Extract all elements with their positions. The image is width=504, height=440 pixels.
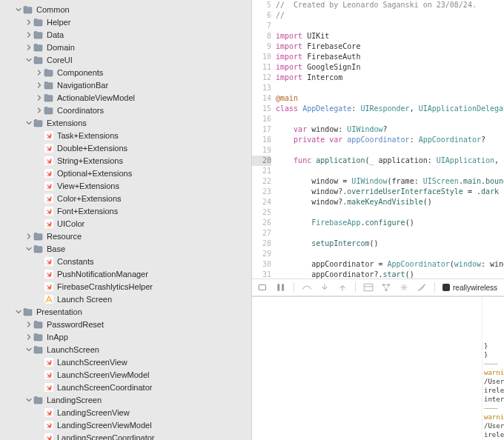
variables-view[interactable] xyxy=(252,297,482,440)
line-number[interactable]: 12 xyxy=(252,73,271,83)
line-number[interactable]: 5 xyxy=(252,0,271,10)
disclosure-right-icon[interactable] xyxy=(25,19,33,26)
tree-item[interactable]: LandingScreenCoordinator xyxy=(0,431,251,440)
tree-item[interactable]: View+Extensions xyxy=(0,179,251,192)
disclosure-down-icon[interactable] xyxy=(15,308,22,316)
environment-icon[interactable] xyxy=(399,282,409,293)
tree-item[interactable]: Optional+Extensions xyxy=(0,167,251,179)
tree-item[interactable]: PushNotificationManager xyxy=(0,267,251,280)
tree-item[interactable]: Data xyxy=(0,28,251,41)
code-line[interactable]: class AppDelegate: UIResponder, UIApplic… xyxy=(276,104,504,114)
code-line[interactable] xyxy=(276,145,504,156)
disclosure-right-icon[interactable] xyxy=(25,233,33,240)
tree-item[interactable]: FirebaseCrashlyticsHelper xyxy=(0,280,251,293)
console-output[interactable]: }}————warni/Userireleinter————warni/User… xyxy=(482,297,504,440)
tree-item[interactable]: LaunchScreenView xyxy=(0,356,251,368)
line-number[interactable]: 16 xyxy=(252,114,271,124)
tree-item[interactable]: Helper xyxy=(0,16,251,28)
disclosure-down-icon[interactable] xyxy=(25,119,33,127)
tree-item[interactable]: String+Extensions xyxy=(0,154,251,167)
disclosure-right-icon[interactable] xyxy=(36,107,43,114)
line-number[interactable]: 14 xyxy=(252,93,271,104)
scheme-selector[interactable]: reallywireless xyxy=(442,284,497,292)
line-number[interactable]: 28 xyxy=(252,239,271,249)
line-number[interactable]: 13 xyxy=(252,83,271,93)
line-number[interactable]: 30 xyxy=(252,259,271,270)
tree-item[interactable]: LandingScreenViewModel xyxy=(0,419,251,431)
code-line[interactable]: window?.makeKeyAndVisible() xyxy=(276,197,504,207)
tree-item[interactable]: ActionableViewModel xyxy=(0,91,251,104)
tree-item[interactable]: UIColor xyxy=(0,217,251,230)
line-number[interactable]: 26 xyxy=(252,218,271,228)
tree-item[interactable]: InApp xyxy=(0,330,251,343)
toggle-breakpoints-icon[interactable] xyxy=(258,282,268,293)
line-number[interactable]: 22 xyxy=(252,176,271,187)
code-line[interactable]: setupIntercom() xyxy=(276,239,504,249)
line-number[interactable]: 21 xyxy=(252,166,271,176)
line-number[interactable]: 15 xyxy=(252,104,271,114)
disclosure-right-icon[interactable] xyxy=(25,321,33,328)
code-line[interactable]: // Created by Leonardo Saganski on 23/08… xyxy=(276,0,504,10)
tree-item[interactable]: LandingScreenView xyxy=(0,406,251,419)
line-number[interactable]: 24 xyxy=(252,197,271,207)
pause-icon[interactable] xyxy=(276,282,286,293)
tree-item[interactable]: Presentation xyxy=(0,305,251,318)
tree-item[interactable]: CoreUI xyxy=(0,53,251,66)
tree-item[interactable]: Double+Extensions xyxy=(0,141,251,154)
code-line[interactable]: private var appCoordinator: AppCoordinat… xyxy=(276,135,504,145)
disclosure-right-icon[interactable] xyxy=(36,81,43,89)
code-line[interactable]: import GoogleSignIn xyxy=(276,62,504,73)
disclosure-right-icon[interactable] xyxy=(36,94,43,101)
disclosure-right-icon[interactable] xyxy=(25,31,33,39)
tree-item[interactable]: LandingScreen xyxy=(0,393,251,406)
code-line[interactable] xyxy=(276,83,504,93)
code-line[interactable]: import UIKit xyxy=(276,31,504,41)
line-number[interactable]: 20 xyxy=(252,156,271,166)
line-number[interactable]: 7 xyxy=(252,21,271,31)
tree-item[interactable]: Extensions xyxy=(0,116,251,129)
line-number[interactable]: 31 xyxy=(252,270,271,279)
tree-item[interactable]: Launch Screen xyxy=(0,293,251,305)
line-number[interactable]: 27 xyxy=(252,228,271,239)
disclosure-down-icon[interactable] xyxy=(25,56,33,64)
disclosure-down-icon[interactable] xyxy=(25,346,33,353)
code-line[interactable]: window?.overrideUserInterfaceStyle = .da… xyxy=(276,187,504,197)
line-gutter[interactable]: 5678910111213141516171819202122232425262… xyxy=(252,0,276,279)
tree-item[interactable]: Components xyxy=(0,66,251,79)
code-line[interactable] xyxy=(276,228,504,239)
source-editor[interactable]: 5678910111213141516171819202122232425262… xyxy=(252,0,504,279)
code-line[interactable]: var window: UIWindow? xyxy=(276,124,504,135)
code-line[interactable] xyxy=(276,166,504,176)
line-number[interactable]: 18 xyxy=(252,135,271,145)
tree-item[interactable]: Resource xyxy=(0,230,251,242)
line-number[interactable]: 9 xyxy=(252,41,271,52)
memory-graph-icon[interactable] xyxy=(381,282,391,293)
tree-item[interactable]: Constants xyxy=(0,255,251,267)
code-line[interactable]: appCoordinator?.start() xyxy=(276,270,504,279)
line-number[interactable]: 10 xyxy=(252,52,271,62)
tree-item[interactable]: Task+Extensions xyxy=(0,129,251,141)
tree-item[interactable]: Color+Extensions xyxy=(0,192,251,204)
code-line[interactable]: func application(_ application: UIApplic… xyxy=(276,156,504,166)
disclosure-down-icon[interactable] xyxy=(25,396,33,404)
line-number[interactable]: 25 xyxy=(252,207,271,218)
line-number[interactable]: 11 xyxy=(252,62,271,73)
tree-item[interactable]: Coordinators xyxy=(0,104,251,116)
code-line[interactable]: import FirebaseCore xyxy=(276,41,504,52)
location-icon[interactable] xyxy=(417,282,427,293)
tree-item[interactable]: LaunchScreen xyxy=(0,343,251,356)
line-number[interactable]: 19 xyxy=(252,145,271,156)
tree-item[interactable]: Font+Extensions xyxy=(0,204,251,217)
line-number[interactable]: 29 xyxy=(252,249,271,259)
code-line[interactable]: appCoordinator = AppCoordinator(window: … xyxy=(276,259,504,270)
line-number[interactable]: 17 xyxy=(252,124,271,135)
step-out-icon[interactable] xyxy=(337,282,348,293)
code-line[interactable] xyxy=(276,114,504,124)
step-over-icon[interactable] xyxy=(302,282,312,293)
code-line[interactable]: import FirebaseAuth xyxy=(276,52,504,62)
code-line[interactable] xyxy=(276,21,504,31)
debug-view-icon[interactable] xyxy=(363,282,374,293)
code-content[interactable]: // Created by Leonardo Saganski on 23/08… xyxy=(276,0,504,279)
tree-item[interactable]: Common xyxy=(0,3,251,16)
tree-item[interactable]: Domain xyxy=(0,41,251,53)
